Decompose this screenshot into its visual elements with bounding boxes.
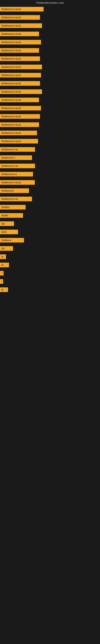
list-item[interactable]: Bottleneck result <box>0 47 100 55</box>
bottleneck-label: Bottleneck r <box>0 155 32 160</box>
list-item[interactable]: Bottleneck result <box>0 96 100 104</box>
bottleneck-label: Bottleneck result <box>0 89 42 94</box>
list-item[interactable]: B <box>0 262 100 269</box>
list-item[interactable]: I <box>0 278 100 286</box>
bottleneck-label: Bottleneck result <box>0 180 35 185</box>
bottleneck-label: Bottleneck result <box>0 15 40 20</box>
list-item[interactable]: Bott <box>0 228 100 236</box>
items-container: Bottleneck resultBottleneck resultBottle… <box>0 5 100 295</box>
bottleneck-label: Bottleneck res <box>0 164 35 168</box>
bottleneck-label: Bottleneck result <box>0 64 42 69</box>
list-item[interactable]: Bottleneck result <box>0 30 100 38</box>
bottleneck-label: Bottleneck result <box>0 40 41 44</box>
list-item[interactable]: Bottleneck result <box>0 22 100 30</box>
bottleneck-label: Bottleneck result <box>0 7 44 12</box>
bottleneck-label: Bottleneck result <box>0 114 40 119</box>
bottleneck-label: I <box>0 271 3 276</box>
list-item[interactable]: Bottleneck res <box>0 162 100 170</box>
bottleneck-label: Bott <box>0 230 18 234</box>
list-item[interactable]: Bottleneck result <box>0 138 100 146</box>
list-item[interactable]: Bottleneck r <box>0 154 100 162</box>
list-item[interactable]: Bottleneck res <box>0 196 100 203</box>
list-item[interactable]: B <box>0 286 100 294</box>
bottleneck-label: B <box>0 254 6 259</box>
bottleneck-label: Bottleneck re <box>0 172 33 176</box>
bottleneck-label: Bottleneck res <box>0 147 35 152</box>
list-item[interactable]: Bottleneck result <box>0 80 100 88</box>
list-item[interactable]: Bottleneck result <box>0 39 100 46</box>
bottleneck-label: Bottleneck <box>0 188 29 193</box>
list-item[interactable]: I <box>0 270 100 278</box>
list-item[interactable]: Bottleneck result <box>0 113 100 121</box>
bottleneck-label: Bottleneck result <box>0 106 41 110</box>
bottleneck-label: Bottleneck result <box>0 48 39 53</box>
list-item[interactable]: Bottleneck <box>0 187 100 195</box>
bottleneck-label: Bottleneck result <box>0 32 39 36</box>
bottleneck-label: Bottleneck res <box>0 196 32 201</box>
bottleneck-label: Bottleneck result <box>0 98 39 102</box>
list-item[interactable]: Bottleneck result <box>0 130 100 137</box>
bottleneck-label: Bottlen <box>0 205 26 210</box>
bottleneck-label: Bottlene <box>0 238 24 242</box>
list-item[interactable]: Bottle <box>0 212 100 220</box>
list-item[interactable]: Bo <box>0 245 100 253</box>
list-item[interactable]: Bottleneck result <box>0 6 100 14</box>
bottleneck-label: B <box>0 263 9 267</box>
list-item[interactable]: Bottleneck result <box>0 72 100 80</box>
bottleneck-label: Bo <box>0 246 13 251</box>
site-title: TheBottlenecker.com <box>0 0 100 5</box>
list-item[interactable]: Bottleneck result <box>0 64 100 71</box>
bottleneck-label: Bottleneck result <box>0 130 37 135</box>
bottleneck-label: Bottle <box>0 213 23 218</box>
list-item[interactable]: Bottleneck result <box>0 105 100 112</box>
list-item[interactable]: Bottlen <box>0 204 100 212</box>
bottleneck-label: I <box>0 279 3 284</box>
bottleneck-label: Bottleneck result <box>0 81 40 86</box>
list-item[interactable]: Bottleneck result <box>0 14 100 22</box>
list-item[interactable]: Bottleneck res <box>0 146 100 154</box>
bottleneck-label: Bottleneck result <box>0 56 40 61</box>
bottleneck-label: B <box>0 288 8 292</box>
list-item[interactable]: Bottleneck result <box>0 179 100 187</box>
list-item[interactable]: B <box>0 253 100 261</box>
bottleneck-label: Bottleneck result <box>0 23 42 28</box>
list-item[interactable]: Bo <box>0 220 100 228</box>
bottleneck-label: Bottleneck result <box>0 139 38 144</box>
bottleneck-label: Bo <box>0 222 14 226</box>
list-item[interactable]: Bottleneck re <box>0 171 100 178</box>
list-item[interactable]: Bottleneck result <box>0 88 100 96</box>
list-item[interactable]: Bottleneck result <box>0 55 100 63</box>
list-item[interactable]: Bottlene <box>0 237 100 244</box>
bottleneck-label: Bottleneck result <box>0 122 39 127</box>
list-item[interactable]: Bottleneck result <box>0 121 100 129</box>
bottleneck-label: Bottleneck result <box>0 73 41 78</box>
